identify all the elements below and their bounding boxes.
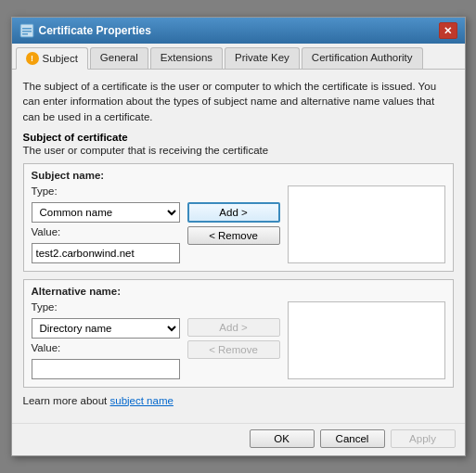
- tab-extensions[interactable]: Extensions: [150, 47, 223, 69]
- subject-type-label: Type:: [32, 185, 180, 197]
- dialog-buttons: OK Cancel Apply: [12, 423, 465, 455]
- tab-private-key[interactable]: Private Key: [225, 47, 300, 69]
- alt-remove-button[interactable]: < Remove: [187, 340, 280, 359]
- subject-name-group-title: Subject name:: [32, 170, 445, 181]
- tab-bar: ! Subject General Extensions Private Key…: [12, 44, 465, 70]
- tab-certification-authority[interactable]: Certification Authority: [302, 47, 423, 69]
- alt-name-group-title: Alternative name:: [32, 286, 445, 297]
- subject-value-input[interactable]: [32, 243, 180, 263]
- cancel-button[interactable]: Cancel: [320, 429, 385, 448]
- subject-name-list: [288, 185, 445, 263]
- alt-type-label: Type:: [32, 301, 180, 313]
- subject-of-cert-sub: The user or computer that is receiving t…: [23, 145, 454, 156]
- ok-button[interactable]: OK: [250, 429, 315, 448]
- svg-rect-2: [22, 31, 32, 32]
- window-title: Certificate Properties: [39, 24, 151, 37]
- tab-general[interactable]: General: [90, 47, 148, 69]
- description-text: The subject of a certificate is the user…: [23, 79, 454, 123]
- subject-name-form-row: Type: Common name Country Locality Organ…: [32, 185, 445, 263]
- subject-type-select[interactable]: Common name Country Locality Organizatio…: [32, 202, 180, 223]
- tab-content: The subject of a certificate is the user…: [12, 70, 465, 422]
- apply-button[interactable]: Apply: [391, 429, 456, 448]
- alt-value-input[interactable]: [32, 359, 180, 379]
- subject-name-group: Subject name: Type: Common name Country …: [23, 163, 454, 272]
- tab-subject[interactable]: ! Subject: [16, 47, 88, 70]
- svg-rect-3: [22, 33, 28, 35]
- subject-of-cert-label: Subject of certificate: [23, 132, 454, 143]
- alt-add-button[interactable]: Add >: [187, 318, 280, 337]
- alt-type-select[interactable]: Directory name DNS name E-mail name IP a…: [32, 318, 180, 339]
- subject-name-buttons: Add > < Remove: [187, 202, 280, 245]
- footer-link-row: Learn more about subject name: [23, 395, 454, 406]
- alt-name-form-row: Type: Directory name DNS name E-mail nam…: [32, 301, 445, 379]
- subject-name-form-left: Type: Common name Country Locality Organ…: [32, 185, 180, 263]
- svg-rect-1: [22, 28, 32, 30]
- warning-icon: !: [26, 52, 39, 65]
- subject-name-link[interactable]: subject name: [109, 395, 173, 406]
- subject-remove-button[interactable]: < Remove: [187, 226, 280, 245]
- close-button[interactable]: ✕: [439, 22, 457, 39]
- window-icon: [19, 23, 34, 38]
- subject-value-label: Value:: [32, 226, 180, 237]
- alt-name-form-left: Type: Directory name DNS name E-mail nam…: [32, 301, 180, 379]
- title-bar: Certificate Properties ✕: [12, 18, 465, 44]
- title-bar-left: Certificate Properties: [19, 23, 151, 38]
- alt-name-group: Alternative name: Type: Directory name D…: [23, 279, 454, 388]
- subject-add-button[interactable]: Add >: [187, 202, 280, 223]
- alt-value-label: Value:: [32, 342, 180, 353]
- certificate-properties-window: Certificate Properties ✕ ! Subject Gener…: [11, 17, 466, 455]
- alt-name-buttons: Add > < Remove: [187, 318, 280, 359]
- alt-name-list: [288, 301, 445, 379]
